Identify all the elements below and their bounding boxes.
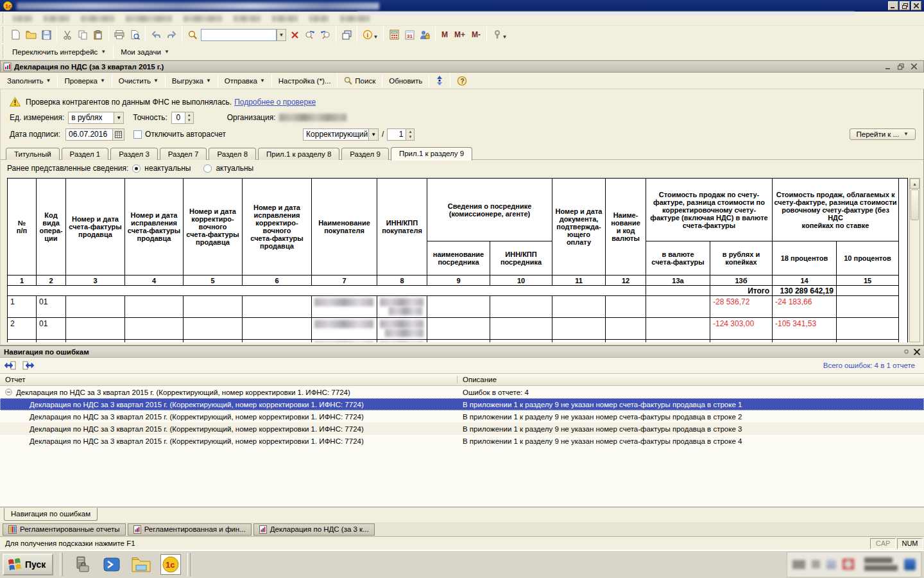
error-row[interactable]: Декларация по НДС за 3 квартал 2015 г. (… — [0, 410, 924, 423]
switch-interface-button[interactable]: Переключить интерфейс▼ — [7, 46, 111, 58]
previous-error-button[interactable] — [3, 359, 18, 372]
window-tab-reglamented-fin[interactable]: Регламентированная и фин... — [128, 523, 252, 536]
next-error-button[interactable] — [21, 359, 36, 372]
redacted-menu-item[interactable] — [44, 15, 69, 22]
precision-stepper[interactable]: 0▲▼ — [171, 112, 194, 124]
spin-down-icon[interactable]: ▼ — [406, 134, 414, 140]
redacted-menu-item[interactable] — [13, 15, 32, 22]
refresh-button[interactable]: Обновить — [384, 75, 427, 87]
redacted-menu-item[interactable] — [234, 15, 261, 22]
redacted-tray-icon[interactable] — [826, 559, 837, 569]
declaration-grid[interactable]: № п/п Код вида опера- ции Номер и дата с… — [7, 178, 908, 342]
service-settings-icon[interactable]: ▼ — [490, 28, 509, 42]
fill-button[interactable]: Заполнить▼ — [3, 75, 55, 87]
calendar-picker-icon[interactable] — [113, 128, 124, 141]
redacted-menu-item[interactable] — [126, 15, 172, 22]
redacted-tray-icon[interactable] — [792, 560, 805, 569]
error-root-row[interactable]: Декларация по НДС за 3 квартал 2015 г. (… — [0, 386, 924, 398]
cut-icon[interactable] — [60, 28, 74, 42]
goto-button[interactable]: Перейти к ...▼ — [850, 128, 916, 140]
table-row[interactable]: 201 -124 303,00 -105 341,53 — [8, 318, 908, 340]
folder-icon[interactable] — [131, 554, 151, 575]
tab-pril-1-k-razdelu-9[interactable]: Прил.1 к разделу 9 — [391, 147, 472, 161]
start-button[interactable]: Пуск — [3, 554, 53, 575]
quick-search-input[interactable] — [201, 29, 277, 41]
windows-list-icon[interactable] — [339, 28, 354, 42]
print-icon[interactable] — [112, 28, 126, 42]
open-folder-icon[interactable] — [24, 28, 38, 42]
correction-select[interactable]: Корректирующий▼ — [303, 128, 379, 141]
restore-button[interactable] — [900, 1, 910, 10]
memory-m-plus-button[interactable]: M+ — [452, 30, 468, 39]
spin-down-icon[interactable]: ▼ — [185, 118, 193, 123]
report-restore-button[interactable] — [896, 63, 905, 71]
error-panel-tab[interactable]: Навигация по ошибкам — [4, 508, 98, 521]
spin-up-icon[interactable]: ▲ — [406, 129, 414, 135]
paste-icon[interactable] — [91, 28, 105, 42]
collapse-icon[interactable] — [5, 389, 12, 396]
tab-razdel-7[interactable]: Раздел 7 — [160, 148, 207, 160]
table-scrollbar[interactable]: ▲ — [909, 178, 920, 342]
search-button[interactable]: Поиск — [339, 74, 380, 87]
redacted-tray-icon[interactable] — [904, 559, 916, 570]
error-row[interactable]: Декларация по НДС за 3 квартал 2015 г. (… — [0, 423, 924, 435]
autocalc-toggle[interactable]: Отключить авторасчет — [133, 130, 226, 139]
radio-inactive[interactable] — [132, 164, 141, 173]
my-tasks-button[interactable]: Мои задачи▼ — [116, 46, 175, 58]
tab-pril-1-k-razdelu-8[interactable]: Прил.1 к разделу 8 — [258, 148, 339, 160]
window-tab-reglamented-reports[interactable]: Регламентированные отчеты — [3, 523, 126, 536]
error-row-selected[interactable]: Декларация по НДС за 3 квартал 2015 г. (… — [0, 398, 924, 410]
column-report[interactable]: Отчет — [0, 376, 458, 383]
minimize-button[interactable] — [888, 1, 898, 10]
tab-razdel-9[interactable]: Раздел 9 — [341, 148, 389, 160]
undo-icon[interactable] — [149, 28, 163, 42]
error-row[interactable]: Декларация по НДС за 3 квартал 2015 г. (… — [0, 435, 924, 447]
scrollbar-thumb[interactable] — [911, 189, 919, 220]
tab-titulnyj[interactable]: Титульный — [6, 148, 60, 160]
unit-select[interactable]: в рублях▼ — [68, 112, 124, 124]
autocalc-checkbox[interactable] — [133, 130, 142, 139]
tab-razdel-1[interactable]: Раздел 1 — [62, 148, 109, 160]
sign-date-field[interactable]: 06.07.2016 — [65, 128, 124, 141]
memory-m-button[interactable]: M — [439, 30, 450, 39]
report-close-button[interactable] — [909, 63, 918, 71]
redacted-tray-icon[interactable] — [812, 560, 820, 568]
save-icon[interactable] — [39, 28, 53, 42]
redacted-menu-item[interactable] — [272, 15, 298, 22]
scroll-up-icon[interactable]: ▲ — [910, 179, 920, 189]
find-next-icon[interactable] — [303, 28, 317, 42]
table-row[interactable]: 301 -122 633,57 -103 926,75 — [8, 340, 908, 343]
redo-icon[interactable] — [164, 28, 178, 42]
print-preview-icon[interactable] — [128, 28, 142, 42]
quick-search-dropdown[interactable]: ▼ — [277, 29, 286, 41]
settings-button[interactable]: Настройка (*)... — [274, 75, 336, 87]
clear-search-icon[interactable] — [287, 28, 302, 42]
powershell-icon[interactable] — [101, 554, 122, 575]
spin-up-icon[interactable]: ▲ — [185, 112, 193, 118]
redacted-tray-icon[interactable] — [843, 559, 854, 570]
redacted-menu-item[interactable] — [340, 15, 370, 22]
redacted-menu-item[interactable] — [81, 15, 114, 22]
radio-active[interactable] — [203, 164, 212, 173]
window-tab-nds-declaration[interactable]: Декларация по НДС (за 3 к... — [253, 523, 375, 536]
correction-number-stepper[interactable]: 1▲▼ — [387, 128, 415, 141]
1c-app-icon[interactable]: 1c — [160, 554, 181, 575]
table-row[interactable]: 101 -28 536,72 -24 183,66 — [8, 296, 908, 318]
tab-razdel-8[interactable]: Раздел 8 — [209, 148, 256, 160]
check-button[interactable]: Проверка▼ — [60, 75, 109, 87]
warning-details-link[interactable]: Подробнее о проверке — [234, 98, 316, 107]
calculator-icon[interactable] — [387, 28, 401, 42]
help-icon[interactable]: ? — [452, 74, 472, 88]
info-icon[interactable]: i▼ — [361, 28, 380, 42]
send-button[interactable]: Отправка▼ — [220, 75, 270, 87]
tab-razdel-3[interactable]: Раздел 3 — [110, 148, 158, 160]
error-panel-close-icon[interactable] — [914, 349, 920, 355]
close-button[interactable] — [911, 1, 921, 10]
calendar-icon[interactable]: 31 — [402, 28, 416, 42]
pin-icon[interactable] — [904, 349, 909, 354]
sort-order-icon[interactable] — [431, 74, 448, 88]
chevron-down-icon[interactable]: ▼ — [114, 112, 124, 124]
report-minimize-button[interactable] — [884, 63, 893, 71]
user-permissions-icon[interactable] — [418, 28, 432, 42]
clear-button[interactable]: Очистить▼ — [114, 75, 163, 87]
